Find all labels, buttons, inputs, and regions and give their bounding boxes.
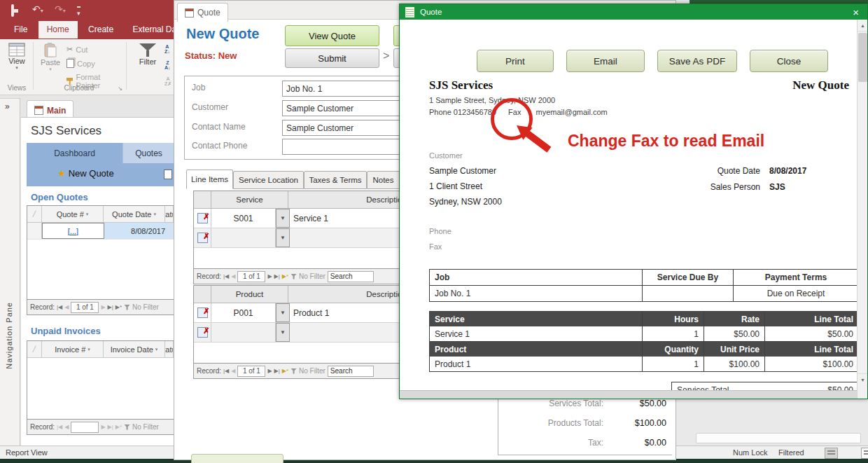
- expand-nav-pane-icon[interactable]: »: [5, 102, 10, 111]
- remove-sort-icon[interactable]: AZ✗: [164, 76, 172, 86]
- record-position[interactable]: 1 of 1: [71, 302, 99, 313]
- last-record-button[interactable]: ▶|: [108, 304, 113, 310]
- delete-row-icon[interactable]: [197, 233, 208, 243]
- layout-view-icon[interactable]: [861, 448, 868, 459]
- open-quote-row[interactable]: [...] 8/08/2017: [27, 223, 174, 240]
- quote-number-link[interactable]: [...]: [42, 223, 104, 239]
- last-record-button[interactable]: ▶|: [274, 273, 280, 279]
- close-icon[interactable]: ×: [853, 7, 859, 18]
- job-label: Job: [192, 83, 205, 92]
- view-button[interactable]: View▾: [4, 43, 29, 71]
- previous-record-button[interactable]: ◀: [231, 368, 235, 374]
- first-record-button[interactable]: |◀: [223, 368, 229, 374]
- record-position[interactable]: 1 of 1: [237, 366, 265, 377]
- previous-record-button[interactable]: ◀: [64, 424, 69, 430]
- first-record-button[interactable]: |◀: [223, 273, 229, 279]
- save-close-button-peek[interactable]: [191, 454, 284, 463]
- delete-row-icon[interactable]: [197, 327, 208, 338]
- vertical-scrollbar[interactable]: ▲ ▼: [857, 20, 868, 399]
- sort-ascending-icon[interactable]: AZ↓: [164, 44, 170, 54]
- unit-price-col-header: Unit Price: [704, 342, 765, 357]
- horizontal-scrollbar[interactable]: [696, 433, 861, 443]
- tab-taxes-terms[interactable]: Taxes & Terms: [304, 171, 367, 189]
- col-invoice-status[interactable]: Status: [165, 341, 174, 357]
- col-quote-date[interactable]: Quote Date▾: [104, 206, 165, 222]
- next-record-button[interactable]: ▶: [101, 304, 105, 310]
- scroll-thumb[interactable]: [858, 33, 867, 82]
- product-dropdown-button[interactable]: ▼: [276, 323, 290, 342]
- col-product[interactable]: Product: [211, 286, 288, 303]
- new-record-button[interactable]: ▶*: [282, 273, 288, 279]
- scroll-up-icon[interactable]: ▲: [858, 20, 868, 32]
- report-titlebar[interactable]: Quote ×: [400, 4, 867, 20]
- email-button[interactable]: Email: [566, 50, 645, 72]
- next-record-button[interactable]: ▶: [267, 273, 272, 279]
- service-hours-cell: 1: [643, 326, 704, 342]
- sort-descending-icon[interactable]: ZA↓: [164, 60, 171, 70]
- new-record-button[interactable]: ▶*: [282, 368, 288, 374]
- copy-button[interactable]: Copy: [66, 59, 95, 68]
- search-box[interactable]: Search: [328, 271, 374, 282]
- filter-state-icon[interactable]: [124, 305, 130, 310]
- next-record-button[interactable]: ▶: [101, 424, 105, 430]
- delete-row-icon[interactable]: [197, 213, 208, 223]
- service-dropdown-button[interactable]: ▼: [276, 209, 290, 228]
- tab-create[interactable]: Create: [80, 21, 122, 39]
- tab-line-items[interactable]: Line Items: [186, 170, 233, 189]
- clipboard-dialog-launcher-icon[interactable]: ↘: [118, 85, 122, 92]
- new-record-button[interactable]: ▶*: [115, 424, 122, 430]
- filter-state-icon[interactable]: [290, 368, 297, 374]
- tab-dashboard[interactable]: Dashboard: [27, 143, 122, 163]
- undo-icon[interactable]: ↶▾: [32, 4, 43, 16]
- col-invoice-date[interactable]: Invoice Date▾: [104, 341, 165, 357]
- tab-notes[interactable]: Notes: [367, 171, 400, 189]
- filter-state-icon[interactable]: [124, 424, 130, 430]
- service-code-cell[interactable]: S001: [211, 209, 276, 228]
- navigation-pane[interactable]: » Navigation Pane: [0, 98, 20, 446]
- previous-record-button[interactable]: ◀: [231, 273, 235, 279]
- record-position[interactable]: [71, 422, 99, 433]
- tab-file[interactable]: File: [6, 21, 36, 39]
- save-as-pdf-button[interactable]: Save As PDF: [657, 50, 737, 72]
- submit-button[interactable]: Submit: [285, 48, 379, 68]
- cut-button[interactable]: ✂Cut: [66, 45, 88, 54]
- view-quote-button[interactable]: View Quote: [285, 25, 379, 46]
- col-quote-number[interactable]: Quote #▾: [42, 206, 104, 222]
- tab-quotes[interactable]: Quotes: [122, 143, 174, 163]
- tab-home[interactable]: Home: [38, 21, 78, 39]
- quote-status-cell[interactable]: [169, 223, 174, 239]
- product-dropdown-button[interactable]: ▼: [276, 303, 290, 322]
- previous-record-button[interactable]: ◀: [64, 304, 69, 310]
- print-button[interactable]: Print: [477, 50, 554, 72]
- filter-state-icon[interactable]: [290, 274, 297, 279]
- main-document-area: Main SJS Services Dashboard Quotes ★ New…: [21, 98, 174, 445]
- save-icon[interactable]: [11, 6, 14, 15]
- redo-icon[interactable]: ↷▾: [55, 4, 66, 16]
- filtered-indicator[interactable]: Filtered: [778, 448, 804, 457]
- close-button[interactable]: Close: [750, 50, 828, 72]
- first-record-button[interactable]: |◀: [57, 424, 62, 430]
- last-record-button[interactable]: ▶|: [274, 368, 280, 374]
- filter-button[interactable]: Filter: [134, 43, 162, 66]
- col-invoice-number[interactable]: Invoice #▾: [42, 341, 104, 357]
- search-box[interactable]: Search: [328, 366, 374, 377]
- scroll-down-icon[interactable]: ▼: [858, 373, 868, 385]
- export-icon[interactable]: [164, 170, 172, 179]
- paste-button[interactable]: Paste▾: [37, 43, 64, 72]
- col-service[interactable]: Service: [211, 191, 288, 208]
- delete-row-icon[interactable]: [197, 307, 208, 318]
- next-record-button[interactable]: ▶: [267, 368, 272, 374]
- tab-service-location[interactable]: Service Location: [233, 171, 304, 189]
- qat-customize-icon[interactable]: ▾: [77, 6, 80, 18]
- new-record-button[interactable]: ▶*: [115, 304, 122, 310]
- service-dropdown-button[interactable]: ▼: [276, 228, 290, 247]
- col-status[interactable]: Status: [165, 206, 174, 222]
- new-quote-button[interactable]: ★ New Quote: [57, 168, 114, 179]
- record-position[interactable]: 1 of 1: [237, 271, 265, 282]
- product-code-cell[interactable]: P001: [211, 303, 276, 322]
- first-record-button[interactable]: |◀: [57, 304, 62, 310]
- last-record-button[interactable]: ▶|: [108, 424, 113, 430]
- doc-tab-quote[interactable]: Quote: [177, 3, 228, 22]
- report-view-icon[interactable]: [825, 448, 838, 459]
- quote-date-cell[interactable]: 8/08/2017: [104, 223, 169, 239]
